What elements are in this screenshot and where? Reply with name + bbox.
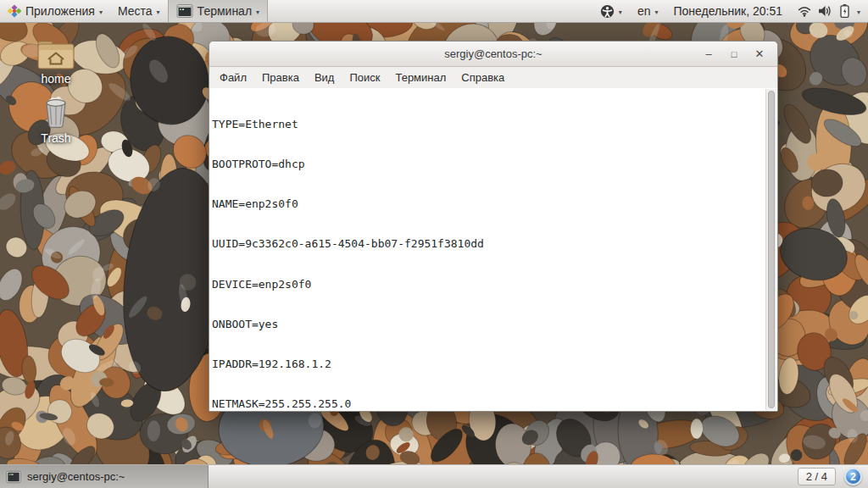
maximize-button[interactable]: □ (723, 46, 745, 63)
bottom-panel: sergiy@centos-pc:~ 2 / 4 2 (0, 464, 868, 488)
active-app-menu-terminal[interactable]: Терминал ▾ (168, 0, 269, 22)
clock-label: Понедельник, 20:51 (673, 4, 782, 18)
terminal-scrollbar[interactable] (765, 89, 776, 410)
universal-access-icon (600, 4, 615, 19)
config-line: BOOTPROTO=dhcp (212, 158, 764, 171)
top-panel: Приложения ▾ Места ▾ Терминал ▾ ▾ (0, 0, 868, 23)
desktop-icon-label: Trash (25, 131, 86, 145)
chevron-down-icon: ▾ (157, 7, 160, 16)
window-titlebar[interactable]: sergiy@centos-pc:~ – □ ✕ (209, 42, 777, 67)
home-folder-icon (36, 39, 75, 69)
config-line: TYPE=Ethernet (212, 118, 764, 131)
battery-charging-icon (839, 3, 850, 19)
chevron-down-icon: ▾ (99, 7, 103, 16)
desktop-icon-trash[interactable]: Trash (25, 95, 86, 145)
terminal-icon (6, 469, 21, 485)
close-button[interactable]: ✕ (748, 46, 771, 63)
bottom-panel-right: 2 / 4 2 (798, 468, 868, 485)
window-controls: – □ ✕ (698, 46, 777, 63)
chevron-down-icon: ▾ (256, 7, 259, 16)
active-app-label: Терминал (198, 4, 252, 18)
menu-help[interactable]: Справка (453, 69, 512, 86)
config-line: ONBOOT=yes (212, 318, 764, 331)
applications-menu[interactable]: Приложения ▾ (0, 0, 110, 22)
config-line: IPADDR=192.168.1.2 (212, 358, 764, 371)
menu-search[interactable]: Поиск (342, 69, 387, 86)
chevron-down-icon: ▾ (857, 7, 860, 16)
menu-file[interactable]: Файл (212, 69, 254, 86)
desktop-icon-home[interactable]: home (25, 39, 86, 86)
menu-view[interactable]: Вид (307, 69, 342, 86)
chevron-down-icon: ▾ (619, 7, 622, 16)
notification-badge[interactable]: 2 (844, 468, 862, 485)
minimize-button[interactable]: – (698, 46, 720, 63)
keyboard-layout-menu[interactable]: en ▾ (630, 0, 666, 22)
terminal-content[interactable]: TYPE=Ethernet BOOTPROTO=dhcp NAME=enp2s0… (209, 88, 777, 411)
menu-edit[interactable]: Правка (254, 69, 307, 86)
terminal-icon (176, 3, 193, 19)
applications-menu-label: Приложения (25, 4, 95, 18)
places-menu-label: Места (118, 4, 153, 18)
menu-terminal[interactable]: Терминал (387, 69, 453, 86)
top-panel-status-area: ▾ en ▾ Понедельник, 20:51 (593, 0, 868, 22)
places-menu[interactable]: Места ▾ (110, 0, 168, 22)
config-line: NETMASK=255.255.255.0 (212, 397, 764, 411)
keyboard-layout-label: en (637, 4, 651, 18)
trash-icon (41, 95, 71, 129)
taskbar-window-label: sergiy@centos-pc:~ (27, 470, 125, 483)
terminal-menubar: Файл Правка Вид Поиск Терминал Справка (209, 67, 777, 88)
volume-icon (818, 4, 832, 18)
window-title: sergiy@centos-pc:~ (209, 47, 777, 60)
scrollbar-thumb[interactable] (768, 91, 775, 408)
taskbar-window-button[interactable]: sergiy@centos-pc:~ (0, 465, 209, 488)
accessibility-menu[interactable]: ▾ (593, 0, 630, 22)
wifi-icon (798, 4, 811, 18)
chevron-down-icon: ▾ (654, 7, 658, 16)
terminal-window: sergiy@centos-pc:~ – □ ✕ Файл Правка Вид… (209, 41, 778, 412)
config-line: UUID=9c3362c0-a615-4504-bb07-f2951f3810d… (212, 237, 764, 251)
applications-logo-icon (8, 4, 21, 18)
desktop-icon-label: home (25, 72, 86, 86)
config-line: NAME=enp2s0f0 (212, 197, 764, 211)
system-status-menu[interactable]: ▾ (790, 0, 868, 22)
clock-applet[interactable]: Понедельник, 20:51 (665, 0, 790, 22)
workspace-switcher[interactable]: 2 / 4 (798, 468, 836, 485)
config-line: DEVICE=enp2s0f0 (212, 278, 764, 291)
